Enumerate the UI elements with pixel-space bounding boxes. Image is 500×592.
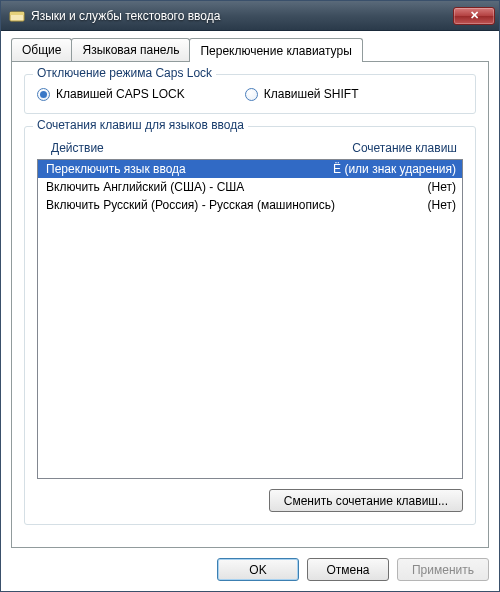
col-action: Действие [51, 141, 352, 155]
hotkeys-groupbox: Сочетания клавиш для языков ввода Действ… [24, 126, 476, 525]
apply-button: Применить [397, 558, 489, 581]
radio-label: Клавишей CAPS LOCK [56, 87, 185, 101]
radio-dot-icon [245, 88, 258, 101]
dialog-body: Общие Языковая панель Переключение клави… [1, 31, 499, 591]
radio-shift-key[interactable]: Клавишей SHIFT [245, 87, 359, 101]
radio-capslock-key[interactable]: Клавишей CAPS LOCK [37, 87, 185, 101]
cancel-button[interactable]: Отмена [307, 558, 389, 581]
window-title: Языки и службы текстового ввода [31, 9, 453, 23]
tab-language-bar[interactable]: Языковая панель [71, 38, 190, 61]
list-item[interactable]: Включить Русский (Россия) - Русская (маш… [38, 196, 462, 214]
radio-label: Клавишей SHIFT [264, 87, 359, 101]
dialog-footer: OK Отмена Применить [11, 558, 489, 581]
hotkeys-listbox[interactable]: Переключить язык ввода Ё (или знак ударе… [37, 159, 463, 479]
cell-action: Переключить язык ввода [46, 162, 325, 176]
svg-rect-1 [10, 12, 24, 15]
dialog-window: Языки и службы текстового ввода ✕ Общие … [0, 0, 500, 592]
capslock-legend: Отключение режима Caps Lock [33, 66, 216, 80]
titlebar[interactable]: Языки и службы текстового ввода ✕ [1, 1, 499, 31]
tab-strip: Общие Языковая панель Переключение клави… [11, 37, 489, 61]
tab-general[interactable]: Общие [11, 38, 72, 61]
col-combo: Сочетание клавиш [352, 141, 457, 155]
cell-action: Включить Русский (Россия) - Русская (маш… [46, 198, 420, 212]
app-icon [9, 8, 25, 24]
list-item[interactable]: Включить Английский (США) - США (Нет) [38, 178, 462, 196]
cell-action: Включить Английский (США) - США [46, 180, 420, 194]
capslock-groupbox: Отключение режима Caps Lock Клавишей CAP… [24, 74, 476, 114]
cell-combo: (Нет) [420, 198, 456, 212]
cell-combo: Ё (или знак ударения) [325, 162, 456, 176]
hotkeys-button-row: Сменить сочетание клавиш... [37, 489, 463, 512]
list-item[interactable]: Переключить язык ввода Ё (или знак ударе… [38, 160, 462, 178]
ok-button[interactable]: OK [217, 558, 299, 581]
radio-dot-icon [37, 88, 50, 101]
capslock-options: Клавишей CAPS LOCK Клавишей SHIFT [37, 87, 463, 101]
list-header: Действие Сочетание клавиш [37, 139, 463, 159]
hotkeys-legend: Сочетания клавиш для языков ввода [33, 118, 248, 132]
cell-combo: (Нет) [420, 180, 456, 194]
tab-keyboard-switch[interactable]: Переключение клавиатуры [189, 38, 362, 62]
close-button[interactable]: ✕ [453, 7, 495, 25]
tab-panel: Отключение режима Caps Lock Клавишей CAP… [11, 61, 489, 548]
change-hotkey-button[interactable]: Сменить сочетание клавиш... [269, 489, 463, 512]
